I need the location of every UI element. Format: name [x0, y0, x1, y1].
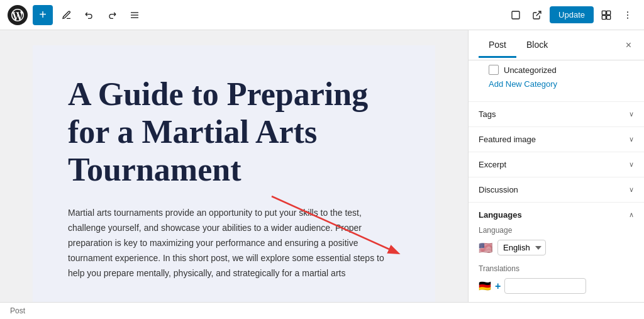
- pen-tool-button[interactable]: [58, 6, 75, 24]
- view-button[interactable]: [507, 6, 525, 24]
- featured-image-row[interactable]: Featured image ∨: [479, 127, 634, 152]
- excerpt-label: Excerpt: [479, 160, 506, 169]
- languages-section: Languages ∧ Language 🇺🇸 EnglishFrenchGer…: [469, 203, 644, 301]
- status-label: Post: [10, 306, 25, 315]
- preview-button[interactable]: [528, 6, 546, 24]
- tags-label: Tags: [479, 109, 496, 119]
- tab-post[interactable]: Post: [479, 32, 516, 58]
- languages-header[interactable]: Languages ∧: [479, 210, 634, 226]
- languages-title: Languages: [479, 210, 522, 220]
- tags-section[interactable]: Tags ∨: [469, 102, 644, 127]
- svg-rect-3: [512, 11, 519, 19]
- tab-block[interactable]: Block: [516, 32, 558, 58]
- wp-logo-icon: [11, 9, 24, 21]
- svg-rect-7: [607, 15, 611, 19]
- add-category-link[interactable]: Add New Category: [489, 77, 624, 94]
- options-icon: [623, 10, 633, 20]
- category-item: Uncategorized: [489, 63, 624, 77]
- language-field-label: Language: [479, 226, 634, 235]
- status-bar: Post: [0, 302, 644, 319]
- svg-point-9: [627, 14, 628, 16]
- pen-icon: [62, 10, 72, 20]
- options-button[interactable]: [619, 6, 636, 24]
- view-icon: [511, 10, 521, 20]
- featured-image-section[interactable]: Featured image ∨: [469, 127, 644, 152]
- svg-point-10: [627, 17, 628, 18]
- translations-row: 🇩🇪 +: [479, 278, 634, 294]
- us-flag-icon: 🇺🇸: [479, 241, 492, 255]
- undo-button[interactable]: [80, 6, 98, 24]
- toolbar: + Update: [0, 0, 644, 30]
- sidebar-header: Post Block ×: [469, 30, 644, 60]
- category-checkbox[interactable]: [489, 65, 499, 75]
- categories-section: Uncategorized Add New Category: [469, 60, 644, 102]
- discussion-section[interactable]: Discussion ∨: [469, 177, 644, 203]
- list-view-icon: [130, 10, 140, 20]
- sidebar: Post Block × Uncategorized Add New Categ…: [468, 30, 644, 302]
- sidebar-close-button[interactable]: ×: [623, 37, 634, 53]
- category-label: Uncategorized: [504, 65, 557, 75]
- toolbar-right: Update: [507, 6, 636, 24]
- language-select-row: 🇺🇸 EnglishFrenchGermanSpanish: [479, 240, 634, 255]
- update-button[interactable]: Update: [550, 6, 594, 23]
- post-excerpt[interactable]: Martial arts tournaments provide an oppo…: [68, 206, 400, 281]
- categories-area: Uncategorized Add New Category: [479, 60, 634, 101]
- featured-image-chevron-icon: ∨: [629, 135, 634, 143]
- svg-rect-5: [607, 11, 611, 14]
- redo-button[interactable]: [103, 6, 121, 24]
- excerpt-row[interactable]: Excerpt ∨: [479, 152, 634, 177]
- undo-icon: [84, 10, 94, 20]
- svg-point-8: [627, 11, 628, 13]
- languages-chevron-icon: ∧: [629, 211, 634, 219]
- tags-row[interactable]: Tags ∨: [479, 102, 634, 126]
- discussion-row[interactable]: Discussion ∨: [479, 177, 634, 202]
- wp-logo[interactable]: [8, 5, 28, 25]
- excerpt-chevron-icon: ∨: [629, 160, 634, 169]
- main-area: A Guide to Preparing for a Martial Arts …: [0, 30, 644, 302]
- redo-icon: [107, 10, 117, 20]
- settings-icon: [601, 10, 611, 20]
- add-block-button[interactable]: +: [33, 5, 53, 25]
- discussion-chevron-icon: ∨: [629, 186, 634, 194]
- featured-image-label: Featured image: [479, 135, 536, 144]
- sidebar-tabs: Post Block: [479, 32, 558, 58]
- translation-input[interactable]: [504, 278, 586, 294]
- editor-canvas[interactable]: A Guide to Preparing for a Martial Arts …: [0, 30, 468, 302]
- language-select[interactable]: EnglishFrenchGermanSpanish: [497, 240, 546, 255]
- add-translation-button[interactable]: +: [495, 281, 501, 292]
- editor-content: A Guide to Preparing for a Martial Arts …: [33, 45, 435, 302]
- settings-button[interactable]: [597, 6, 615, 24]
- de-flag-icon: 🇩🇪: [479, 280, 491, 292]
- excerpt-section[interactable]: Excerpt ∨: [469, 152, 644, 177]
- preview-icon: [532, 10, 542, 20]
- discussion-label: Discussion: [479, 185, 518, 194]
- svg-rect-6: [602, 15, 606, 19]
- post-title[interactable]: A Guide to Preparing for a Martial Arts …: [68, 76, 400, 188]
- translations-label: Translations: [479, 264, 634, 273]
- tags-chevron-icon: ∨: [629, 110, 634, 118]
- list-view-button[interactable]: [126, 6, 143, 24]
- svg-rect-4: [602, 11, 606, 14]
- sidebar-body: Uncategorized Add New Category Tags ∨ Fe…: [469, 60, 644, 301]
